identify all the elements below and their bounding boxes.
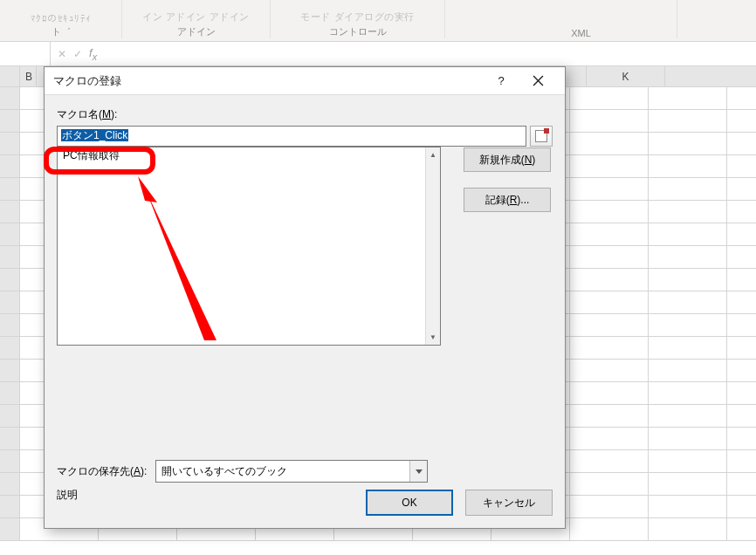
ribbon-g1-label: ト゛ (52, 25, 71, 38)
store-select[interactable]: 開いているすべてのブック (155, 460, 428, 483)
cancel-formula-icon[interactable] (58, 48, 66, 60)
ribbon-g4-label: XML (571, 28, 591, 38)
list-item-label: PC情報取得 (63, 148, 120, 163)
ribbon-g3-top: モード ダイアログの実行 (300, 10, 414, 24)
record-button[interactable]: 記録(R)... (464, 188, 551, 212)
name-box[interactable] (2, 42, 51, 65)
close-button[interactable] (519, 67, 556, 95)
ribbon-g2-top: イン アドイン アドイン (142, 10, 249, 24)
store-label: マクロの保存先(A): (57, 464, 147, 479)
col-header[interactable]: K (587, 66, 665, 86)
dropdown-button[interactable] (409, 461, 427, 482)
scroll-down-icon[interactable]: ▼ (426, 330, 440, 345)
close-icon (533, 75, 544, 86)
new-button[interactable]: 新規作成(N) (464, 147, 551, 172)
ribbon: ﾏｸﾛのｾｷｭﾘﾃｨ ト゛ イン アドイン アドイン アドイン モード ダイアロ… (0, 0, 756, 42)
formula-bar: fx (0, 42, 756, 66)
chevron-down-icon (416, 469, 423, 474)
dialog-titlebar[interactable]: マクロの登録 ? (45, 67, 565, 95)
scroll-track[interactable] (426, 162, 440, 330)
ribbon-g1-top: ﾏｸﾛのｾｷｭﾘﾃｨ (31, 13, 92, 24)
macro-name-text: ボタン1_Click (61, 129, 128, 141)
ribbon-g3-label: コントロール (329, 25, 387, 38)
macro-name-label: マクロ名(M): (57, 107, 553, 122)
ref-edit-icon (535, 130, 547, 142)
scroll-up-icon[interactable]: ▲ (426, 147, 440, 162)
ok-button[interactable]: OK (366, 490, 453, 516)
scrollbar[interactable]: ▲ ▼ (425, 147, 440, 345)
fx-icon[interactable]: fx (89, 46, 97, 62)
description-label: 説明 (57, 488, 78, 503)
macro-listbox[interactable]: PC情報取得 ▲ ▼ (57, 147, 441, 346)
ref-edit-button[interactable] (530, 126, 553, 147)
cancel-button[interactable]: キャンセル (465, 490, 553, 516)
help-button[interactable]: ? (483, 67, 519, 95)
accept-formula-icon[interactable] (73, 48, 82, 60)
list-item[interactable]: PC情報取得 (58, 147, 425, 163)
col-header[interactable]: B (19, 66, 37, 86)
store-value: 開いているすべてのブック (162, 464, 287, 479)
dialog-title: マクロの登録 (53, 73, 121, 89)
ribbon-g2-label: アドイン (177, 25, 216, 38)
macro-name-input[interactable]: ボタン1_Click (57, 126, 526, 147)
assign-macro-dialog: マクロの登録 ? マクロ名(M): ボタン1_Click PC情報取得 ▲ ▼ … (44, 66, 566, 529)
